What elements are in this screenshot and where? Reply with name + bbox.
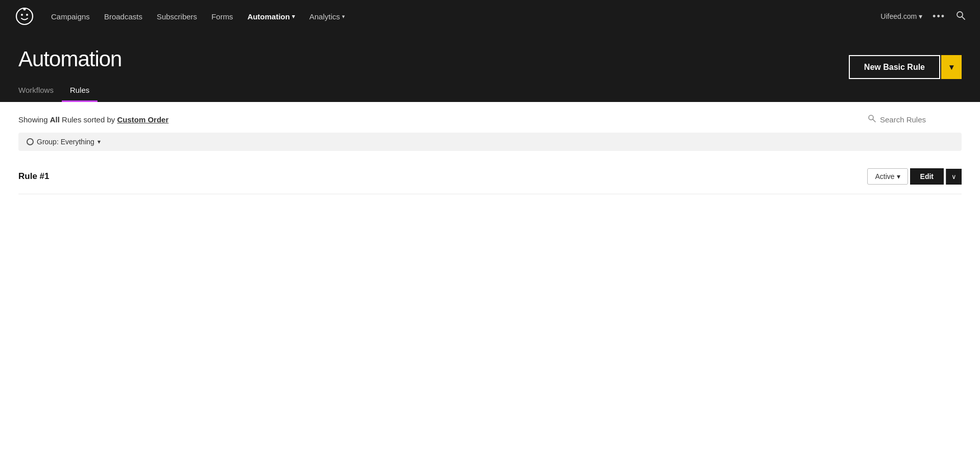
table-row: Rule #1 Active ▾ Edit ∨ [18, 159, 962, 194]
svg-point-4 [957, 12, 963, 17]
nav-links: Campaigns Broadcasts Subscribers Forms A… [51, 12, 864, 21]
page-header-left: Automation Workflows Rules [18, 47, 121, 102]
nav-campaigns[interactable]: Campaigns [51, 12, 90, 21]
nav-automation[interactable]: Automation ▾ [248, 12, 295, 21]
status-chevron-icon: ▾ [897, 172, 900, 181]
svg-line-7 [873, 119, 875, 122]
more-options-button[interactable]: ••• [933, 11, 945, 22]
page-title: Automation [18, 47, 121, 71]
new-rule-dropdown-button[interactable]: ▾ [941, 55, 962, 79]
nav-broadcasts[interactable]: Broadcasts [104, 12, 142, 21]
group-filter-button[interactable]: Group: Everything ▾ [27, 138, 101, 146]
domain-selector[interactable]: Uifeed.com ▾ [880, 12, 922, 20]
new-rule-arrow-icon: ▾ [949, 63, 953, 71]
new-basic-rule-button[interactable]: New Basic Rule [849, 55, 940, 79]
new-rule-button-group: New Basic Rule ▾ [849, 55, 962, 79]
search-rules-icon [868, 114, 876, 124]
svg-point-3 [23, 8, 26, 11]
group-filter-bar: Group: Everything ▾ [18, 133, 962, 151]
search-rules-container [868, 114, 962, 124]
nav-analytics[interactable]: Analytics ▾ [309, 12, 345, 21]
svg-point-0 [16, 8, 33, 24]
page-header: Automation Workflows Rules New Basic Rul… [0, 33, 980, 102]
nav-forms[interactable]: Forms [211, 12, 233, 21]
rule-actions: Active ▾ Edit ∨ [867, 168, 962, 185]
showing-bar: Showing All Rules sorted by Custom Order [18, 114, 962, 124]
group-chevron-icon: ▾ [97, 138, 101, 145]
rules-list: Rule #1 Active ▾ Edit ∨ [18, 159, 962, 194]
edit-dropdown-button[interactable]: ∨ [946, 169, 962, 185]
tab-rules[interactable]: Rules [62, 82, 97, 102]
nav-right: Uifeed.com ▾ ••• [880, 10, 966, 23]
logo[interactable] [14, 6, 35, 27]
showing-text: Showing All Rules sorted by Custom Order [18, 115, 168, 124]
svg-point-2 [26, 14, 28, 16]
edit-button[interactable]: Edit [910, 168, 944, 185]
svg-line-5 [962, 17, 965, 19]
status-button[interactable]: Active ▾ [867, 168, 908, 185]
automation-chevron-icon: ▾ [292, 13, 295, 20]
navbar: Campaigns Broadcasts Subscribers Forms A… [0, 0, 980, 33]
search-rules-input[interactable] [880, 115, 962, 124]
svg-point-1 [21, 14, 23, 16]
nav-subscribers[interactable]: Subscribers [157, 12, 197, 21]
rule-name: Rule #1 [18, 171, 49, 182]
search-icon[interactable] [955, 10, 966, 23]
domain-chevron-icon: ▾ [919, 12, 922, 20]
group-dot-icon [27, 138, 34, 145]
analytics-chevron-icon: ▾ [342, 13, 345, 20]
edit-arrow-icon: ∨ [951, 173, 957, 181]
tab-workflows[interactable]: Workflows [18, 82, 62, 102]
tab-bar: Workflows Rules [18, 82, 121, 102]
main-content: Showing All Rules sorted by Custom Order… [0, 102, 980, 207]
